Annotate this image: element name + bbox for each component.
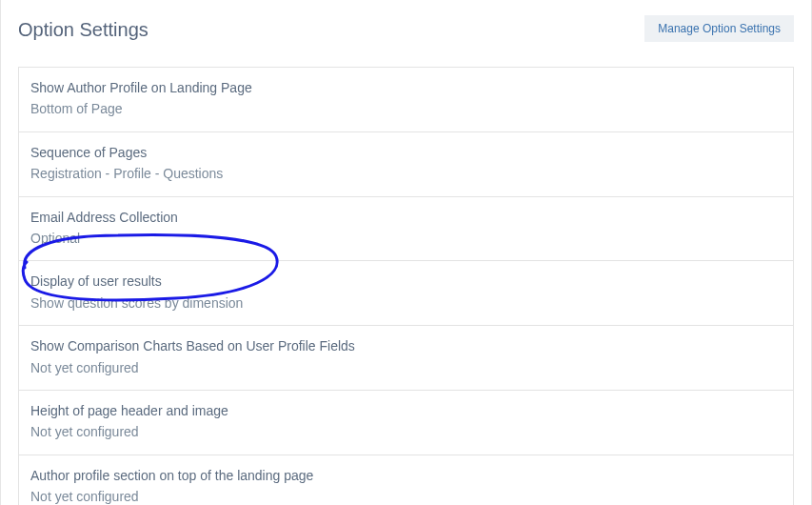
setting-label: Show Comparison Charts Based on User Pro… (30, 335, 782, 356)
setting-label: Sequence of Pages (30, 142, 782, 163)
manage-option-settings-button[interactable]: Manage Option Settings (644, 15, 794, 42)
setting-value: Show question scores by dimension (30, 293, 782, 313)
settings-list: Show Author Profile on Landing Page Bott… (18, 67, 794, 505)
setting-row-author-profile-top[interactable]: Author profile section on top of the lan… (19, 455, 793, 505)
setting-value: Not yet configured (30, 357, 782, 378)
setting-label: Show Author Profile on Landing Page (30, 77, 782, 98)
setting-row-comparison-charts[interactable]: Show Comparison Charts Based on User Pro… (19, 326, 793, 391)
setting-value: Not yet configured (30, 421, 782, 442)
setting-label: Author profile section on top of the lan… (30, 465, 782, 486)
setting-label: Email Address Collection (30, 207, 782, 228)
setting-label: Display of user results (30, 271, 782, 292)
setting-row-header-height[interactable]: Height of page header and image Not yet … (19, 391, 793, 455)
setting-label: Height of page header and image (30, 400, 782, 421)
setting-row-author-profile-landing[interactable]: Show Author Profile on Landing Page Bott… (19, 68, 793, 132)
setting-value: Bottom of Page (30, 98, 782, 119)
setting-row-display-user-results[interactable]: Display of user results Show question sc… (19, 261, 793, 326)
setting-value: Not yet configured (30, 486, 782, 505)
setting-value: Optional (30, 228, 782, 249)
setting-row-email-collection[interactable]: Email Address Collection Optional (19, 197, 793, 262)
panel-header: Option Settings Manage Option Settings (1, 0, 811, 67)
setting-value: Registration - Profile - Questions (30, 163, 782, 184)
page-title: Option Settings (18, 11, 149, 41)
option-settings-panel: Option Settings Manage Option Settings S… (0, 0, 812, 505)
setting-row-sequence-pages[interactable]: Sequence of Pages Registration - Profile… (19, 132, 793, 197)
